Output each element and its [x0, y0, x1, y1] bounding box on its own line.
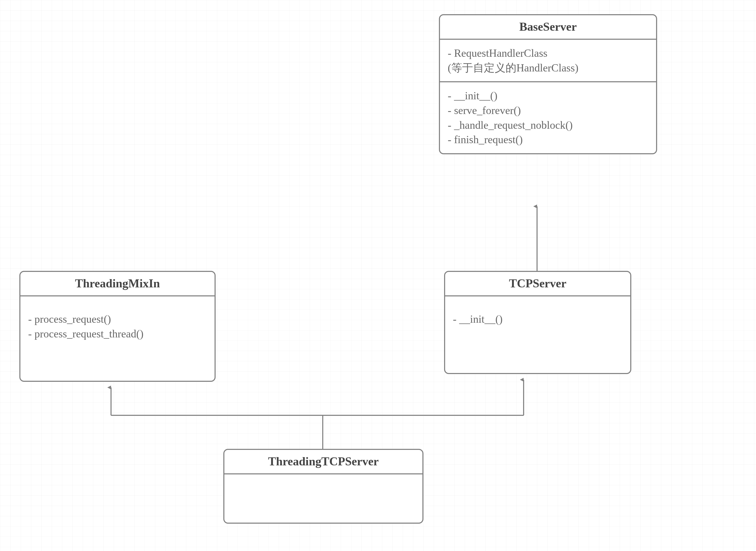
diagram-canvas: BaseServer - RequestHandlerClass (等于自定义的…: [0, 0, 756, 551]
class-threading-tcp-server: ThreadingTCPServer: [223, 449, 424, 524]
attr-line: - RequestHandlerClass: [448, 46, 648, 61]
method-line: - __init__(): [453, 312, 622, 327]
class-methods: - process_request() - process_request_th…: [20, 297, 215, 347]
attr-line: (等于自定义的HandlerClass): [448, 61, 648, 75]
class-title: TCPServer: [445, 272, 630, 297]
class-methods: - __init__() - serve_forever() - _handle…: [440, 82, 656, 153]
method-line: - process_request_thread(): [28, 327, 207, 341]
method-line: - process_request(): [28, 312, 207, 327]
class-attrs: - RequestHandlerClass (等于自定义的HandlerClas…: [440, 40, 656, 82]
class-tcp-server: TCPServer - __init__(): [444, 271, 631, 374]
method-line: - __init__(): [448, 88, 648, 103]
method-line: - _handle_request_noblock(): [448, 118, 648, 133]
class-title: ThreadingMixIn: [20, 272, 215, 297]
class-methods: [224, 474, 423, 525]
class-threading-mixin: ThreadingMixIn - process_request() - pro…: [19, 271, 216, 382]
class-base-server: BaseServer - RequestHandlerClass (等于自定义的…: [439, 14, 657, 154]
class-methods: - __init__(): [445, 297, 630, 333]
method-line: - serve_forever(): [448, 103, 648, 118]
method-line: - finish_request(): [448, 132, 648, 147]
class-title: ThreadingTCPServer: [224, 450, 423, 474]
class-title: BaseServer: [440, 15, 656, 40]
